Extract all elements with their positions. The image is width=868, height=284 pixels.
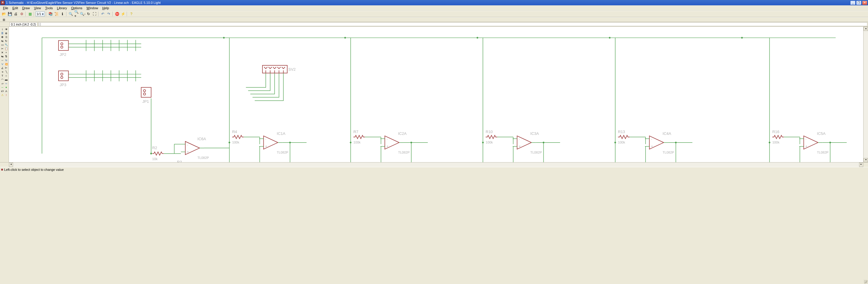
scroll-up-button[interactable]: ▴ (864, 27, 868, 31)
scroll-down-button[interactable]: ▾ (864, 158, 868, 162)
show-icon[interactable]: 👁 (4, 27, 8, 31)
scroll-left-button[interactable]: ◂ (9, 162, 13, 167)
close-button[interactable]: ✕ (862, 1, 867, 5)
menu-help[interactable]: Help (100, 6, 111, 10)
status-bar: Left-click to select object to change va… (0, 167, 868, 172)
v-scrollbar[interactable]: ▴ ▾ (863, 27, 868, 162)
maximize-button[interactable]: ❐ (856, 1, 862, 5)
svg-text:TL082P: TL082P (662, 151, 674, 154)
schematic-canvas[interactable]: - + (9, 27, 863, 162)
arc-icon[interactable]: ◠ (1, 77, 4, 81)
replace-icon[interactable]: ↔ (1, 58, 4, 62)
menu-tools[interactable]: Tools (43, 6, 55, 10)
ulp-icon[interactable]: ℹ (60, 11, 65, 17)
menu-draw[interactable]: Draw (21, 6, 32, 10)
svg-point-119 (675, 142, 677, 144)
value-icon[interactable]: V (1, 62, 4, 66)
save-icon[interactable]: 💾 (7, 11, 12, 17)
miter-icon[interactable]: ∠ (1, 66, 4, 69)
coord-display: 0.1 inch (14.2 -0.2) (9, 22, 37, 26)
svg-text:TL082P: TL082P (530, 151, 542, 154)
circle-icon[interactable]: ○ (4, 74, 8, 77)
gateswap-icon[interactable]: ⇅ (4, 54, 8, 58)
open-icon[interactable]: 📂 (1, 11, 6, 17)
undo-icon[interactable]: ↶ (100, 11, 105, 17)
wire-icon[interactable]: ╲ (4, 70, 8, 73)
use-icon[interactable]: 📚 (48, 11, 53, 17)
svg-point-107 (614, 142, 616, 144)
copy-icon[interactable]: ⎘ (4, 35, 8, 39)
minimize-button[interactable]: _ (850, 1, 856, 5)
pinswap-icon[interactable]: ⇆ (1, 54, 4, 58)
menu-edit[interactable]: Edit (11, 6, 20, 10)
redo-icon[interactable]: ↷ (106, 11, 111, 17)
name-icon[interactable]: N (4, 58, 8, 62)
group-icon[interactable]: ▭ (1, 43, 4, 46)
menu-view[interactable]: View (32, 6, 43, 10)
svg-point-32 (229, 142, 230, 144)
stop-icon[interactable]: ⛔ (114, 11, 120, 17)
sheet-combo[interactable]: 1/1▾ (36, 11, 45, 16)
svg-point-156 (223, 37, 225, 39)
rotate-icon[interactable]: ↻ (4, 39, 8, 42)
board-icon[interactable]: ▦ (27, 11, 33, 17)
zoom-in-icon[interactable]: 🔍+ (74, 11, 79, 17)
svg-point-159 (609, 37, 611, 39)
change-icon[interactable]: 🔧 (4, 43, 8, 46)
attr-icon[interactable]: A (4, 89, 8, 93)
bus-icon[interactable]: ═ (4, 82, 8, 85)
menu-file[interactable]: File (1, 6, 10, 10)
svg-text:IC2A: IC2A (398, 131, 406, 136)
menu-options[interactable]: Options (69, 6, 84, 10)
svg-text:IC5A: IC5A (817, 131, 826, 136)
label-icon[interactable]: 🏷 (1, 89, 4, 93)
print-icon[interactable]: 🖨 (13, 11, 19, 17)
svg-text:TL082P: TL082P (398, 151, 409, 154)
invoke-icon[interactable]: ⎆ (1, 70, 4, 73)
svg-text:TL082P: TL082P (197, 156, 209, 160)
svg-text:R3: R3 (177, 160, 182, 162)
poly-icon[interactable]: ▱ (1, 82, 4, 85)
rect-icon[interactable]: ▬ (4, 77, 8, 81)
delete-icon[interactable]: ✕ (1, 51, 4, 54)
window-title: 1 Schematic - H:\ExoGlove\Eagle\Flex Sen… (6, 1, 850, 4)
help-icon[interactable]: ? (129, 11, 134, 17)
script-icon[interactable]: 📜 (54, 11, 59, 17)
text-icon[interactable]: T (1, 74, 4, 77)
mark-icon[interactable]: ⊕ (4, 31, 8, 35)
cam-icon[interactable]: ⚙ (19, 11, 24, 17)
zoom-out-icon[interactable]: 🔍- (80, 11, 85, 17)
erc-icon[interactable]: ⚠ (1, 93, 4, 97)
go-icon[interactable]: ⚡ (120, 11, 126, 17)
svg-text:R2: R2 (152, 146, 157, 150)
menu-window[interactable]: Window (85, 6, 100, 10)
svg-text:IC4A: IC4A (662, 131, 671, 136)
zoom-select-icon[interactable]: ⛶ (92, 11, 97, 17)
move-icon[interactable]: ✥ (1, 35, 4, 39)
status-text: Left-click to select object to change va… (4, 168, 64, 171)
svg-point-57 (350, 142, 351, 144)
grid-icon[interactable]: ⊞ (1, 17, 6, 22)
zoom-fit-icon[interactable]: 🔍 (68, 11, 73, 17)
add-icon[interactable]: + (4, 51, 8, 54)
split-icon[interactable]: ⊢ (4, 66, 8, 69)
mirror-icon[interactable]: ⇋ (1, 39, 4, 42)
smash-icon[interactable]: 💥 (4, 62, 8, 66)
scroll-right-button[interactable]: ▸ (859, 162, 863, 167)
junction-icon[interactable]: ● (4, 85, 8, 89)
connector-jp1: JP1 (141, 87, 151, 104)
ruler-row: 0.1 inch (14.2 -0.2) (0, 22, 868, 27)
net-icon[interactable]: ─ (1, 85, 4, 89)
errors-icon[interactable]: ! (4, 93, 8, 97)
h-scrollbar[interactable]: ◂ ▸ (9, 162, 863, 167)
cut-icon[interactable]: ✂ (1, 46, 4, 50)
menu-library[interactable]: Library (55, 6, 69, 10)
svg-text:100k: 100k (353, 140, 361, 144)
info-icon[interactable]: i (1, 27, 4, 31)
svg-text:IC6A: IC6A (197, 137, 206, 141)
amplifier-stage: R13 100k IC4A TL082P R14 10k IC4B TL082P… (614, 38, 692, 162)
amplifier-stage: R16 100k IC5A TL082P R17 10k IC5B TL082P… (769, 38, 847, 162)
paste-icon[interactable]: 📋 (4, 46, 8, 50)
layers-icon[interactable]: ≣ (1, 31, 4, 35)
zoom-redraw-icon[interactable]: ↻ (86, 11, 91, 17)
